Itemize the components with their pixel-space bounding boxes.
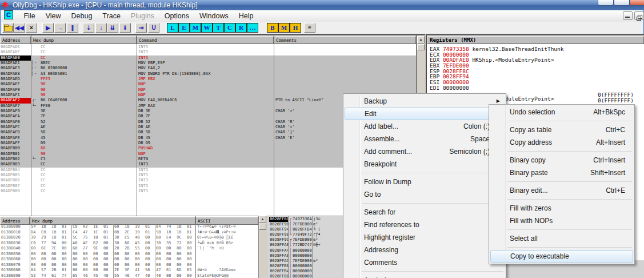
menu-item-assemble[interactable]: Assemble...Space (345, 133, 505, 145)
memory-window-button[interactable]: M (190, 23, 201, 33)
column-divider[interactable] (195, 216, 196, 278)
options-list-button[interactable]: ≡ (304, 23, 315, 33)
step-run-button[interactable]: → (54, 23, 66, 33)
ollydbg-app-icon: ✱ (2, 1, 9, 9)
disasm-row[interactable]: 00ADFADECCINT3 (0, 45, 416, 50)
menubar-item-debug[interactable]: Debug (66, 10, 98, 22)
menubar-item-view[interactable]: View (41, 10, 66, 22)
stack-address: 0028FFB4 (270, 269, 288, 274)
disasm-row[interactable]: 00ADFADFCCINT3 (0, 50, 416, 55)
disasm-row[interactable]: 00ADFAEDFFE3JMP EBX (0, 77, 416, 82)
execute-till-return-button[interactable]: ⇥ (135, 23, 147, 33)
dump-row[interactable]: 013B609053746174654645405546474040000000… (0, 273, 258, 278)
cpu-window-button[interactable]: C (224, 23, 235, 33)
disasm-row[interactable]: 00ADFAE1▏·8BECMOV EBP,ESP (0, 61, 416, 66)
column-divider[interactable] (137, 35, 137, 216)
menubar-item-file[interactable]: File (18, 10, 40, 22)
dump-row[interactable]: 013B607000000000000000000000000000000000 (0, 263, 258, 268)
menu-item-add-comment[interactable]: Add comment...Semicolon (;) (345, 145, 505, 158)
register-row[interactable]: EDI 00000000 (430, 85, 564, 91)
disasm-row[interactable]: 00ADFAE3▏·B8 02000000MOV EAX,2 (0, 66, 416, 71)
restart-button[interactable]: ◀◀ (14, 23, 25, 33)
dump-byte: 00 (135, 252, 145, 257)
dump-row[interactable]: 013B605000000000000000000000000000000000 (0, 252, 258, 257)
breakpoints-window-button[interactable]: B (267, 23, 278, 33)
column-divider[interactable] (31, 35, 31, 216)
scroll-thumb[interactable] (417, 44, 425, 50)
submenu-item-fill-with-zeros[interactable]: Fill with zeros (490, 202, 633, 215)
maximize-window-button[interactable] (614, 0, 630, 6)
dump-byte: AE (83, 241, 93, 247)
dump-row[interactable]: 013B6040606C7C0060279E00202B550000000000… (0, 246, 258, 252)
dump-row[interactable]: 013B602030291D015C751B0130C54000B0E49C00… (0, 235, 258, 241)
menu-item-follow-in-dump[interactable]: Follow in Dump▶ (345, 176, 505, 188)
menu-item-go-to[interactable]: Go to▶ (345, 188, 505, 201)
scroll-up-button[interactable]: ▲ (417, 36, 425, 43)
column-divider[interactable] (274, 35, 274, 216)
disasm-address: 00ADFB04 (1, 168, 30, 173)
animate-over-button[interactable]: ⇓ (119, 23, 131, 33)
submenu-item-copy-as-table[interactable]: Copy as tableCtrl+C (490, 124, 633, 136)
menu-item-highlight-register[interactable]: Highlight register▶ (345, 231, 505, 244)
open-file-button[interactable] (2, 23, 14, 33)
dump-byte: 00 (62, 252, 72, 257)
menu-item-search-for[interactable]: Search for▶ (345, 206, 505, 219)
dump-row[interactable]: 013B6030C0779A00A0AE62003066A50030357200… (0, 241, 258, 247)
pause-button[interactable]: ∥ (67, 23, 78, 33)
executables-window-button[interactable]: E (178, 23, 190, 33)
submenu-item-binary-copy[interactable]: Binary copyCtrl+Insert (490, 154, 633, 166)
minimize-window-button[interactable] (598, 0, 614, 6)
submenu-item-fill-with-nops[interactable]: Fill with NOPs (490, 215, 633, 227)
menu-separator (489, 149, 634, 154)
animate-into-button[interactable]: ⇊ (107, 23, 118, 33)
submenu-item-copy-address[interactable]: Copy addressAlt+Insert (490, 136, 633, 149)
threads-window-button[interactable]: T (213, 23, 224, 33)
references-window-button[interactable]: R (235, 23, 247, 33)
dump-row[interactable]: 013B608084572B01000000002E3F415647616D65… (0, 268, 258, 273)
scroll-up-button[interactable]: ▲ (259, 216, 266, 223)
menubar-item-options[interactable]: Options (159, 10, 194, 22)
scroll-thumb[interactable] (259, 224, 266, 230)
submenu-item-select-all[interactable]: Select all (490, 232, 633, 245)
hardware-breakpoints-button[interactable]: H (290, 23, 301, 33)
disasm-row[interactable]: 00ADFAF090NOP (0, 88, 416, 93)
disasm-row[interactable]: 00ADFAE8▏·A3 E03E5001MOV DWORD PTR DS:[1… (0, 72, 416, 77)
go-to-user-code-button[interactable]: U (148, 23, 159, 33)
submenu-item-binary-edit[interactable]: Binary edit...Ctrl+E (490, 184, 633, 197)
child-restore-button[interactable] (634, 11, 644, 20)
column-divider[interactable] (30, 216, 30, 278)
menubar-item-windows[interactable]: Windows (194, 10, 234, 22)
menu-item-edit[interactable]: Edit▶ (345, 108, 505, 120)
step-over-button[interactable]: ↓ (95, 23, 107, 33)
close-window-button[interactable] (630, 0, 644, 6)
step-into-button[interactable]: ⇣ (83, 23, 94, 33)
dump-row[interactable]: 013B6000541B1801C8A21E016018190184741B01… (0, 224, 258, 230)
submenu-item-undo-selection[interactable]: Undo selectionAlt+BkSpc (490, 106, 633, 118)
hex-dump-pane[interactable]: AddressHex dumpASCII 013B6000541B1801C8A… (0, 216, 258, 278)
dump-row[interactable]: 013B606000000000000000000000000000000000 (0, 257, 258, 263)
windows-window-button[interactable]: W (201, 23, 213, 33)
menu-item-breakpoint[interactable]: Breakpoint▶ (345, 158, 505, 170)
submenu-item-binary-paste[interactable]: Binary pasteShift+Insert (490, 166, 633, 179)
menu-item-find-references-to[interactable]: Find references to▶ (345, 219, 505, 231)
close-button[interactable]: × (26, 23, 37, 33)
disasm-row[interactable]: 00ADFAE0CCINT3 (0, 55, 416, 61)
run-button[interactable]: ▶ (42, 23, 54, 33)
menu-item-backup[interactable]: Backup▶ (345, 95, 505, 108)
more-windows-button[interactable]: … (247, 23, 258, 33)
dump-scrollbar[interactable]: ▲ (258, 216, 267, 278)
menu-item-analysis[interactable]: Analysis▶ (345, 274, 505, 278)
log-window-button[interactable]: L (167, 23, 178, 33)
menu-item-addressing[interactable]: Addressing▶ (345, 244, 505, 256)
child-minimize-button[interactable] (623, 11, 633, 20)
menubar-item-help[interactable]: Help (234, 10, 259, 22)
dump-row[interactable]: 013B6010D4E81801C4471C01082E190150181801… (0, 230, 258, 236)
menu-item-add-label[interactable]: Add label...Colon (:) (345, 120, 505, 133)
dump-byte: 00 (135, 257, 145, 263)
register-value: 00000000 (443, 85, 469, 91)
memory-breakpoints-button[interactable]: M (278, 23, 290, 33)
submenu-item-copy-to-executable[interactable]: Copy to executable (490, 250, 633, 263)
menu-item-comments[interactable]: Comments▶ (345, 256, 505, 269)
menubar-item-trace[interactable]: Trace (97, 10, 126, 22)
disasm-row[interactable]: 00ADFAEF90NOP (0, 82, 416, 87)
